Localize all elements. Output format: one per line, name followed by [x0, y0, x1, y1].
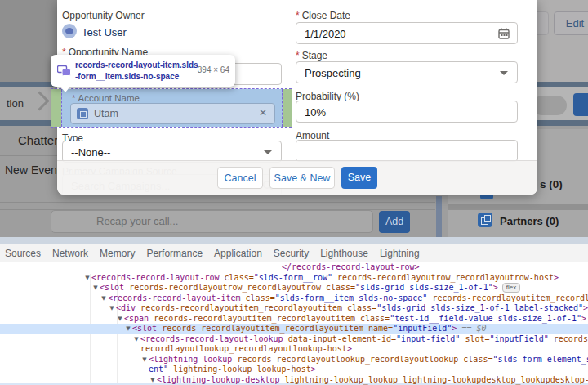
related-list-title[interactable]: s (0) — [540, 178, 563, 190]
dom-token-val: "test-id__field-value slds-size_1-of-1" — [390, 314, 581, 323]
expand-triangle-icon[interactable]: ▼ — [116, 314, 124, 325]
devtools-tab-lightning[interactable]: Lightning — [380, 248, 420, 259]
dom-token-tag: > — [583, 303, 588, 312]
dom-token-val: "inputField" — [393, 324, 452, 333]
devtools-tabbar: SourcesNetworkMemoryPerformanceApplicati… — [0, 244, 588, 262]
dom-tree-row[interactable]: ent" lightning-lookup_lookup-host> — [0, 365, 588, 375]
devtools-tab-performance[interactable]: Performance — [146, 248, 203, 259]
type-select[interactable]: --None-- — [62, 141, 282, 163]
partners-icon — [478, 213, 492, 227]
account-icon — [77, 108, 88, 119]
dom-token-val: "slds-form__row" — [254, 273, 332, 282]
save-and-new-button[interactable]: Save & New — [270, 167, 335, 189]
modal-footer: Cancel Save & New Save — [57, 160, 537, 195]
dom-token-tag: <slot — [100, 283, 124, 292]
devtools-tab-network[interactable]: Network — [52, 248, 88, 259]
devtools-panel: SourcesNetworkMemoryPerformanceApplicati… — [0, 244, 588, 385]
tooltip-dimensions: 394 × 64 — [198, 65, 229, 74]
dom-tree-row[interactable]: ▼<slot records-recordlayoutitem_recordla… — [0, 324, 588, 334]
tab-chatter[interactable]: Chatter — [18, 133, 58, 147]
dom-tree-row[interactable]: ▼<records-record-layout-lookup data-inpu… — [0, 334, 588, 345]
dom-token-attr: class= — [355, 314, 390, 323]
partners-card-title[interactable]: Partners (0) — [500, 215, 559, 227]
stage-label: Stage — [296, 50, 327, 61]
stage-select[interactable]: Prospecting — [296, 61, 518, 83]
dom-token-tag: <div — [116, 303, 136, 312]
dom-token-val: "slds-form__item slds-no-space" — [275, 293, 428, 302]
dom-tree-row[interactable]: recordlayoutlookup_recordlayoutlookup-ho… — [0, 344, 588, 355]
tab-new-event[interactable]: New Event — [5, 163, 60, 177]
devtools-tab-sources[interactable]: Sources — [5, 248, 41, 259]
dom-token-attr: data-input-element-id= — [283, 334, 396, 343]
amount-input[interactable] — [296, 140, 518, 162]
dom-tree-row[interactable]: ▼<lightning-lookup-desktop lightning-loo… — [0, 375, 588, 385]
dom-token-attr: records- — [549, 334, 588, 343]
expand-triangle-icon[interactable]: ▼ — [132, 334, 140, 345]
dom-token-tag: <lightning-lookup-desktop — [157, 375, 280, 384]
dom-token-tag: <lightning-lookup — [149, 355, 232, 364]
opportunity-owner-value: Test User — [82, 26, 127, 38]
calendar-icon[interactable] — [498, 28, 510, 39]
dom-token-attr: lightning-lookup_lookup-host — [168, 365, 311, 374]
devtools-tab-application[interactable]: Application — [214, 248, 262, 259]
dom-token-attr: records-recordlayoutrow_recordlayoutrow — [124, 283, 321, 292]
dom-token-attr: records-recordlayoutitem_recordlayoutite… — [149, 314, 355, 323]
devtools-tab-memory[interactable]: Memory — [100, 248, 135, 259]
dom-tree-row[interactable]: ▼<slot records-recordlayoutrow_recordlay… — [0, 283, 588, 293]
dom-token-attr: slot= — [460, 334, 489, 343]
dom-token-val: "slds-grid slds-size_1-of-1" — [355, 283, 493, 292]
expand-triangle-icon[interactable]: ▼ — [124, 324, 132, 334]
probability-input[interactable]: 10% — [296, 101, 518, 123]
scrollbar[interactable] — [436, 196, 442, 239]
dom-tree-row[interactable]: ▼<lightning-lookup records-recordlayoutl… — [0, 355, 588, 365]
close-date-label: Close Date — [296, 10, 350, 21]
dom-token-attr: lightning-lookupdesktop_lookupdesktop-ho… — [398, 375, 588, 384]
dom-token-attr: name= — [363, 324, 393, 333]
devtools-tab-security[interactable]: Security — [274, 248, 309, 259]
dom-token-attr: records-recordlayoutitem_recordlayoutite… — [427, 293, 588, 302]
dom-token-attr: records-recordlayoutitem_recordlayoutite… — [136, 303, 342, 312]
expand-triangle-icon[interactable]: ▼ — [100, 293, 108, 304]
dom-tree-row[interactable]: ▼<records-record-layout-item class="slds… — [0, 293, 588, 304]
edit-button[interactable]: Edit — [554, 11, 588, 35]
mark-complete-button[interactable] — [573, 93, 588, 116]
highlight-content: Account Name Utam ✕ — [61, 89, 283, 127]
dom-tree-row[interactable]: ▼<span records-recordlayoutitem_recordla… — [0, 314, 588, 325]
path-stage-pill[interactable] — [532, 96, 567, 115]
expand-triangle-icon[interactable]: ▼ — [108, 303, 116, 314]
save-button[interactable]: Save — [341, 167, 377, 189]
dom-token-attr: class= — [220, 273, 254, 282]
dom-tree-row[interactable]: ▼<div records-recordlayoutitem_recordlay… — [0, 303, 588, 314]
inspect-highlight: Account Name Utam ✕ — [51, 88, 292, 128]
recap-call-placeholder: Recap your call... — [96, 215, 178, 227]
expand-triangle-icon[interactable]: ▼ — [83, 273, 91, 284]
expand-triangle-icon[interactable]: ▼ — [91, 283, 100, 293]
dom-token-attr: records-recordlayoutitem_recordlayoutite… — [157, 324, 363, 333]
expand-triangle-icon[interactable]: ▼ — [149, 375, 157, 385]
dom-token-attr: lightning-lookup_lookup — [280, 375, 399, 384]
dom-token-tag: </records-record-layout-row> — [282, 262, 420, 271]
dom-tree-row[interactable]: ▼<records-record-layout-row class="slds-… — [0, 273, 588, 284]
chevron-down-icon — [264, 150, 272, 154]
stage-value: Prospecting — [305, 67, 361, 79]
add-button[interactable]: Add — [379, 211, 410, 233]
account-name-value: Utam — [94, 108, 118, 119]
dom-token-attr: class= — [241, 293, 275, 302]
dom-token-attr: class= — [458, 355, 492, 364]
expand-triangle-icon[interactable]: ▼ — [140, 355, 149, 365]
inspect-tooltip: records-record-layout-item.slds -form__i… — [51, 55, 235, 87]
account-name-lookup[interactable]: Utam ✕ — [70, 103, 275, 124]
path-stage-label[interactable]: tion — [7, 97, 24, 110]
dom-token-tag: > — [311, 365, 316, 374]
probability-value: 10% — [305, 106, 326, 119]
devtools-tab-lighthouse[interactable]: Lighthouse — [320, 248, 368, 259]
clear-icon[interactable]: ✕ — [259, 107, 267, 119]
cancel-button[interactable]: Cancel — [217, 167, 263, 189]
dom-token-attr: class= — [321, 283, 355, 292]
flex-badge[interactable]: flex — [502, 283, 520, 293]
close-date-value: 1/1/2020 — [305, 28, 346, 40]
close-date-input[interactable]: 1/1/2020 — [296, 22, 518, 44]
dom-tree-row[interactable]: </records-record-layout-row> — [0, 262, 588, 273]
dom-token-attr: records-recordlayoutrow_recordlayoutrow-… — [332, 273, 554, 282]
screen: Edit tion Chatter New Event Recap your c… — [0, 0, 588, 385]
